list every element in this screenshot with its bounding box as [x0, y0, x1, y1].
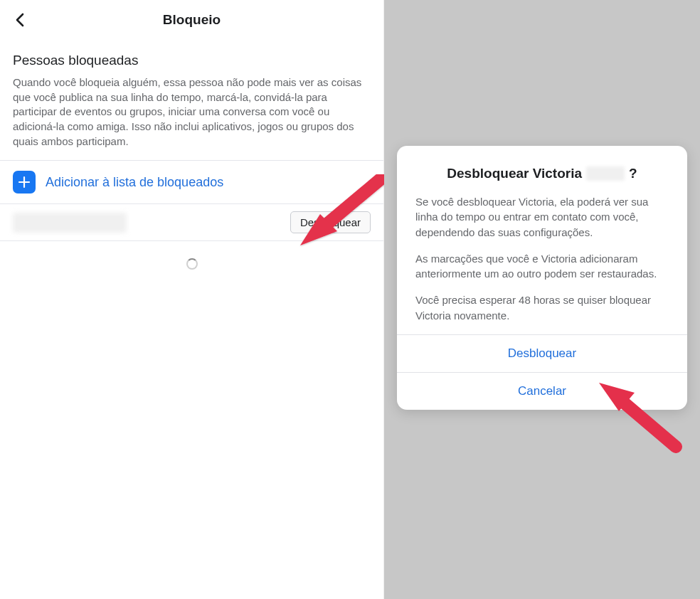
blocking-settings-screen: Bloqueio Pessoas bloqueadas Quando você … — [0, 0, 384, 599]
divider — [0, 240, 383, 241]
dialog-paragraph: Se você desbloquear Victoria, ela poderá… — [397, 194, 687, 251]
plus-icon — [13, 171, 36, 194]
unblock-confirm-dialog: Desbloquear Victoria ? Se você desbloque… — [397, 146, 687, 410]
chevron-left-icon — [15, 13, 26, 27]
blocked-person-name-redacted — [13, 213, 127, 233]
dialog-title-prefix: Desbloquear Victoria — [447, 166, 582, 181]
loading-spinner-icon — [186, 258, 198, 270]
header: Bloqueio — [0, 0, 383, 40]
dialog-title: Desbloquear Victoria ? — [397, 166, 687, 194]
section-title: Pessoas bloqueadas — [0, 40, 383, 75]
dialog-paragraph: Você precisa esperar 48 horas se quiser … — [397, 292, 687, 334]
confirm-unblock-button[interactable]: Desbloquear — [397, 335, 687, 372]
unblock-confirm-screen: Desbloquear Victoria ? Se você desbloque… — [384, 0, 700, 599]
add-to-block-list-label: Adicionar à lista de bloqueados — [46, 175, 223, 190]
redacted-surname — [586, 166, 625, 181]
dialog-paragraph: As marcações que você e Victoria adicion… — [397, 251, 687, 293]
section-description: Quando você bloqueia alguém, essa pessoa… — [0, 75, 383, 160]
back-button[interactable] — [10, 9, 31, 31]
blocked-person-row: Desbloquear — [0, 204, 383, 240]
add-to-block-list-button[interactable]: Adicionar à lista de bloqueados — [0, 161, 383, 203]
unblock-button[interactable]: Desbloquear — [290, 211, 371, 233]
page-title: Bloqueio — [163, 12, 221, 28]
dialog-title-suffix: ? — [629, 166, 637, 181]
cancel-button[interactable]: Cancelar — [397, 373, 687, 410]
